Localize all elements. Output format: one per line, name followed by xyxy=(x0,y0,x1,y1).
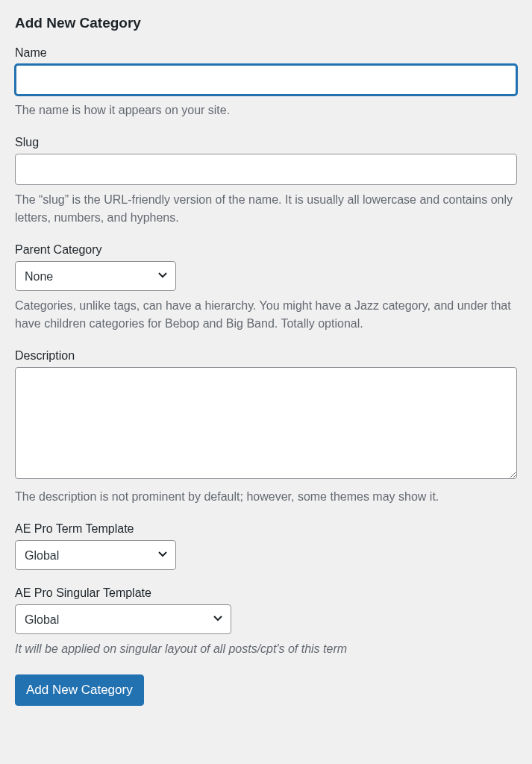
description-help-text: The description is not prominent by defa… xyxy=(15,488,517,506)
term-template-select[interactable]: Global xyxy=(15,540,176,570)
term-template-label: AE Pro Term Template xyxy=(15,522,517,536)
form-heading: Add New Category xyxy=(15,15,517,31)
slug-label: Slug xyxy=(15,136,517,149)
description-field-group: Description The description is not promi… xyxy=(15,349,517,506)
name-help-text: The name is how it appears on your site. xyxy=(15,101,517,119)
parent-label: Parent Category xyxy=(15,243,517,257)
singular-template-help-text: It will be applied on singular layout of… xyxy=(15,640,517,658)
slug-field-group: Slug The “slug” is the URL-friendly vers… xyxy=(15,136,517,227)
slug-input[interactable] xyxy=(15,154,517,185)
parent-field-group: Parent Category None Categories, unlike … xyxy=(15,243,517,333)
slug-help-text: The “slug” is the URL-friendly version o… xyxy=(15,191,517,227)
description-textarea[interactable] xyxy=(15,367,517,479)
name-input[interactable] xyxy=(15,64,517,96)
name-field-group: Name The name is how it appears on your … xyxy=(15,46,517,119)
term-template-field-group: AE Pro Term Template Global xyxy=(15,522,517,570)
description-label: Description xyxy=(15,349,517,363)
parent-select[interactable]: None xyxy=(15,261,176,291)
name-label: Name xyxy=(15,46,517,60)
singular-template-select[interactable]: Global xyxy=(15,604,231,634)
singular-template-label: AE Pro Singular Template xyxy=(15,586,517,600)
add-category-form: Add New Category Name The name is how it… xyxy=(15,15,517,706)
singular-template-field-group: AE Pro Singular Template Global It will … xyxy=(15,586,517,658)
parent-help-text: Categories, unlike tags, can have a hier… xyxy=(15,297,517,333)
add-category-button[interactable]: Add New Category xyxy=(15,674,144,706)
